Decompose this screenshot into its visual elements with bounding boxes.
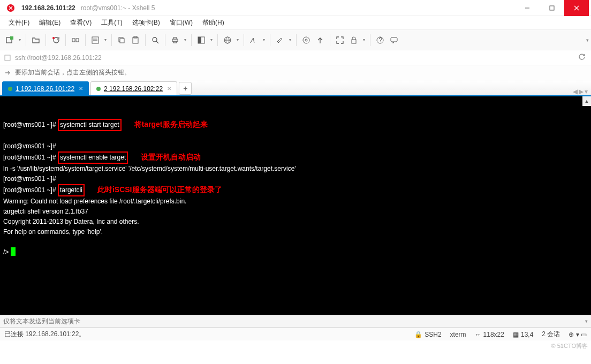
annotation-3: 此时iSCSI服务器端可以正常的登录了 bbox=[97, 185, 222, 194]
properties-icon[interactable] bbox=[89, 34, 102, 47]
transfer-icon[interactable] bbox=[314, 34, 327, 47]
scroll-up-icon[interactable]: ▲ bbox=[582, 96, 591, 106]
menu-view[interactable]: 查看(V) bbox=[66, 16, 96, 29]
svg-rect-10 bbox=[92, 37, 98, 43]
copy-icon[interactable] bbox=[115, 34, 128, 47]
lock-icon[interactable] bbox=[347, 34, 360, 47]
status-cursor-pos: ▦13,4 bbox=[513, 331, 533, 338]
tab-list-icon[interactable]: ▾ bbox=[585, 88, 588, 95]
menu-help[interactable]: 帮助(H) bbox=[198, 16, 229, 29]
prompt: [root@vms001 ~]# bbox=[3, 142, 56, 150]
close-button[interactable] bbox=[564, 0, 589, 16]
svg-rect-20 bbox=[173, 37, 177, 39]
find-icon[interactable] bbox=[149, 34, 162, 47]
annotation-2: 设置开机自动启动 bbox=[141, 153, 201, 161]
fullscreen-icon[interactable] bbox=[334, 34, 346, 47]
grid-icon: ▦ bbox=[513, 331, 519, 338]
highlight-icon[interactable] bbox=[274, 34, 286, 47]
color-scheme-icon[interactable] bbox=[195, 34, 208, 47]
menu-tabs[interactable]: 选项卡(B) bbox=[128, 16, 164, 29]
help-icon[interactable]: ? bbox=[374, 34, 387, 47]
addressbar: ssh://root@192.168.26.101:22 bbox=[0, 50, 591, 65]
svg-line-18 bbox=[156, 41, 158, 43]
menu-file[interactable]: 文件(F) bbox=[4, 16, 34, 29]
prompt: [root@vms001 ~]# bbox=[3, 186, 56, 194]
color-scheme-dropdown[interactable]: ▾ bbox=[209, 37, 214, 42]
print-dropdown[interactable]: ▾ bbox=[183, 37, 188, 42]
cursor bbox=[11, 247, 16, 256]
prompt: [root@vms001 ~]# bbox=[3, 121, 56, 128]
open-icon[interactable] bbox=[29, 34, 42, 47]
lock-dropdown[interactable]: ▾ bbox=[361, 37, 367, 42]
feedback-icon[interactable] bbox=[388, 34, 400, 47]
disconnect-icon[interactable] bbox=[69, 34, 82, 47]
sendbar: ▾ bbox=[0, 315, 591, 328]
output-shell-version: targetcli shell version 2.1.fb37 bbox=[3, 208, 88, 215]
window-title-main: 192.168.26.101:22 bbox=[21, 4, 75, 12]
tab-close-icon[interactable]: ✕ bbox=[79, 86, 83, 92]
new-session-dropdown[interactable]: ▾ bbox=[17, 37, 22, 42]
tab-session-1[interactable]: 1 192.168.26.101:22 ✕ bbox=[2, 81, 89, 95]
separator bbox=[217, 34, 218, 46]
statusbar: 已连接 192.168.26.101:22。 🔒SSH2 xterm ↔118x… bbox=[0, 328, 591, 340]
tab-label: 1 192.168.26.101:22 bbox=[16, 85, 74, 93]
svg-point-17 bbox=[153, 37, 157, 42]
tab-label: 2 192.168.26.102:22 bbox=[104, 85, 163, 93]
encoding-icon[interactable] bbox=[221, 34, 234, 47]
send-dropdown-icon[interactable]: ▾ bbox=[585, 318, 588, 324]
protocol-icon bbox=[3, 54, 12, 62]
svg-rect-2 bbox=[550, 6, 554, 10]
send-input[interactable] bbox=[3, 317, 583, 325]
infobar: 要添加当前会话，点击左侧的箭头按钮。 bbox=[0, 65, 591, 80]
menu-window[interactable]: 窗口(W) bbox=[165, 16, 197, 29]
prompt: [root@vms001 ~]# bbox=[3, 175, 56, 183]
separator bbox=[65, 34, 66, 46]
status-sessions: 2 会话 bbox=[542, 330, 560, 339]
terminal[interactable]: ▲ [root@vms001 ~]# systemctl start targe… bbox=[0, 96, 591, 315]
print-icon[interactable] bbox=[169, 34, 181, 47]
script-icon[interactable] bbox=[300, 34, 313, 47]
new-session-icon[interactable] bbox=[3, 34, 16, 47]
svg-rect-30 bbox=[352, 40, 356, 43]
status-protocol: 🔒SSH2 bbox=[414, 331, 441, 338]
menubar: 文件(F) 编辑(E) 查看(V) 工具(T) 选项卡(B) 窗口(W) 帮助(… bbox=[0, 16, 591, 30]
encoding-dropdown[interactable]: ▾ bbox=[235, 37, 240, 42]
svg-rect-15 bbox=[133, 37, 138, 43]
status-connected: 已连接 192.168.26.101:22。 bbox=[4, 330, 85, 339]
terminal-content: [root@vms001 ~]# systemctl start target将… bbox=[3, 119, 588, 315]
separator bbox=[191, 34, 192, 46]
output-warning: Warning: Could not load preferences file… bbox=[3, 198, 186, 205]
menu-tools[interactable]: 工具(T) bbox=[97, 16, 126, 29]
tab-session-2[interactable]: 2 192.168.26.102:22 ✕ bbox=[90, 81, 177, 95]
new-tab-button[interactable]: + bbox=[179, 82, 192, 95]
paste-icon[interactable] bbox=[129, 34, 142, 47]
menu-edit[interactable]: 编辑(E) bbox=[35, 16, 65, 29]
minimize-button[interactable] bbox=[515, 0, 540, 16]
reconnect-icon[interactable] bbox=[49, 34, 62, 47]
font-icon[interactable]: A bbox=[247, 34, 260, 47]
svg-rect-33 bbox=[391, 37, 397, 42]
tab-next-icon[interactable]: ▶ bbox=[579, 88, 584, 95]
svg-rect-14 bbox=[120, 39, 124, 43]
highlight-dropdown[interactable]: ▾ bbox=[287, 37, 293, 42]
sub-prompt: /> bbox=[3, 248, 11, 256]
toolbar-overflow-icon[interactable]: ▾ bbox=[586, 37, 589, 43]
output-copyright: Copyright 2011-2013 by Datera, Inc and o… bbox=[3, 218, 139, 225]
svg-point-28 bbox=[303, 37, 309, 43]
separator bbox=[111, 34, 112, 46]
status-extras[interactable]: ⊕ ▾ ▭ bbox=[569, 331, 587, 338]
maximize-button[interactable] bbox=[540, 0, 564, 16]
svg-point-7 bbox=[52, 37, 55, 39]
properties-dropdown[interactable]: ▾ bbox=[103, 37, 108, 42]
tab-close-icon[interactable]: ✕ bbox=[167, 86, 171, 92]
status-dot-icon bbox=[96, 87, 101, 91]
titlebar: 192.168.26.101:22 root@vms001:~ - Xshell… bbox=[0, 0, 591, 16]
reload-icon[interactable] bbox=[576, 53, 588, 62]
arrow-icon[interactable] bbox=[3, 69, 12, 77]
svg-point-29 bbox=[305, 39, 307, 41]
font-dropdown[interactable]: ▾ bbox=[261, 37, 267, 42]
address-text[interactable]: ssh://root@192.168.26.101:22 bbox=[15, 54, 573, 62]
separator bbox=[270, 34, 270, 46]
tab-prev-icon[interactable]: ◀ bbox=[573, 88, 578, 95]
separator bbox=[26, 34, 26, 46]
